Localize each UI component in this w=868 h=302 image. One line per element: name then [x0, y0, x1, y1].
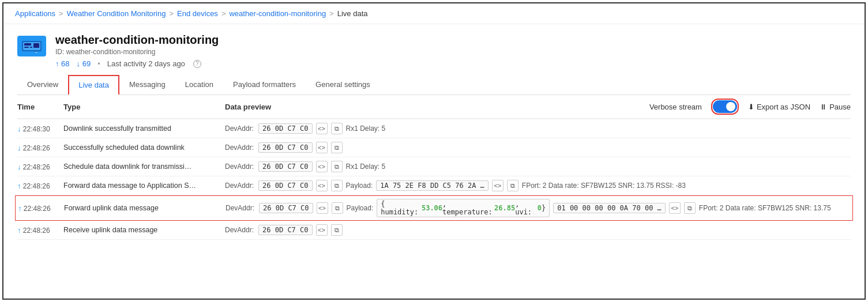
row-type: Forward uplink data message	[64, 204, 226, 212]
devaddr-value: 26 0D C7 C0	[259, 203, 313, 213]
stat-up: ↑ 68	[55, 59, 70, 68]
uvi-value: 0	[538, 204, 542, 212]
copy-icon[interactable]: ⧉	[331, 224, 343, 236]
table-row: ↓ 22:48:26 Schedule data downlink for tr…	[17, 157, 851, 176]
row-time: ↓ 22:48:30	[17, 124, 63, 133]
copy-icon[interactable]: ⧉	[332, 202, 343, 214]
code-icon[interactable]: <>	[316, 142, 328, 153]
copy-icon-2[interactable]: ⧉	[507, 180, 518, 191]
device-info: weather-condition-monitoring ID: weather…	[55, 33, 219, 68]
code-icon[interactable]: <>	[316, 123, 328, 134]
code-icon-2[interactable]: <>	[669, 202, 681, 214]
svg-rect-7	[35, 51, 37, 52]
arrow-down-icon: ↓	[17, 124, 21, 133]
verbose-stream-toggle[interactable]	[713, 100, 737, 113]
row-time: ↓ 22:48:26	[17, 144, 63, 152]
device-id: ID: weather-condition-monitoring	[55, 48, 219, 56]
time-value: 22:48:26	[23, 163, 50, 171]
svg-rect-4	[30, 47, 32, 48]
pause-label: Pause	[829, 103, 851, 111]
payload-value: 1A 75 2E F8 DD C5 76 2A …	[376, 180, 489, 191]
extra-info: Rx1 Delay: 5	[346, 124, 386, 133]
row-preview: DevAddr: 26 0D C7 C0 <> ⧉ Payload: 1A 75…	[225, 180, 851, 191]
main-content: weather-condition-monitoring ID: weather…	[3, 24, 865, 249]
copy-icon[interactable]: ⧉	[331, 142, 343, 153]
download-icon: ⬇	[748, 103, 754, 111]
app-container: Applications > Weather Condition Monitor…	[2, 2, 866, 300]
time-value: 22:48:26	[24, 205, 51, 213]
row-time: ↑ 22:48:26	[18, 204, 64, 213]
stat-down: ↓ 69	[77, 59, 91, 68]
help-icon[interactable]: ?	[193, 60, 201, 68]
tab-payload-formatters[interactable]: Payload formatters	[223, 75, 306, 95]
row-preview: DevAddr: 26 0D C7 C0 <> ⧉ Rx1 Delay: 5	[225, 123, 851, 134]
device-icon-svg	[21, 39, 42, 54]
stat-dot: •	[97, 59, 100, 68]
payload-label: Payload:	[347, 204, 374, 212]
payload-hex: 01 00 00 00 00 0A 70 00 …	[553, 203, 666, 213]
breadcrumb-sep-3: >	[221, 9, 226, 18]
pause-button[interactable]: ⏸ Pause	[820, 103, 851, 111]
row-type: Successfully scheduled data downlink	[63, 144, 225, 152]
export-json-button[interactable]: ⬇ Export as JSON	[748, 103, 810, 111]
copy-icon[interactable]: ⧉	[331, 180, 343, 191]
code-icon[interactable]: <>	[316, 161, 328, 172]
breadcrumb-sep-1: >	[59, 9, 63, 18]
humidity-value: 53.06	[422, 204, 442, 212]
row-time: ↑ 22:48:26	[17, 182, 63, 190]
devaddr-label: DevAddr:	[225, 163, 254, 171]
code-icon[interactable]: <>	[316, 224, 328, 236]
devaddr-value: 26 0D C7 C0	[258, 161, 312, 172]
copy-icon[interactable]: ⧉	[331, 161, 343, 172]
time-value: 22:48:30	[23, 125, 50, 133]
breadcrumb-device-name[interactable]: weather-condition-monitoring	[229, 9, 326, 18]
tab-location[interactable]: Location	[175, 75, 223, 95]
time-value: 22:48:26	[23, 182, 50, 190]
time-value: 22:48:26	[23, 144, 50, 152]
breadcrumb-app-name[interactable]: Weather Condition Monitoring	[67, 9, 166, 18]
extra-info: FPort: 2 Data rate: SF7BW125 SNR: 13.75	[699, 204, 831, 212]
table-row: ↑ 22:48:26 Receive uplink data message D…	[17, 221, 851, 240]
devaddr-value: 26 0D C7 C0	[258, 180, 312, 191]
table-section: Time Type Data preview Verbose stream ⬇ …	[17, 95, 851, 240]
copy-icon[interactable]: ⧉	[331, 123, 343, 134]
devaddr-label: DevAddr:	[225, 124, 254, 133]
tab-messaging[interactable]: Messaging	[119, 75, 175, 95]
devaddr-value: 26 0D C7 C0	[258, 142, 312, 153]
verbose-toggle-container	[711, 99, 739, 115]
row-preview: DevAddr: 26 0D C7 C0 <> ⧉	[225, 224, 851, 236]
breadcrumb-applications[interactable]: Applications	[15, 9, 55, 18]
arrow-down-icon: ↓	[17, 163, 21, 171]
table-controls: Verbose stream ⬇ Export as JSON ⏸ Pause	[649, 99, 851, 115]
table-row-highlighted: ↑ 22:48:26 Forward uplink data message D…	[15, 195, 853, 221]
export-label: Export as JSON	[757, 103, 810, 111]
row-preview: DevAddr: 26 0D C7 C0 <> ⧉ Payload: { hum…	[226, 199, 850, 217]
device-icon	[17, 36, 46, 56]
col-header-time: Time	[17, 103, 63, 111]
devaddr-label: DevAddr:	[225, 144, 254, 152]
devaddr-label: DevAddr:	[226, 204, 254, 212]
col-header-type: Type	[63, 103, 225, 111]
pause-icon: ⏸	[820, 103, 827, 111]
code-icon-2[interactable]: <>	[492, 180, 503, 191]
time-value: 22:48:26	[23, 226, 50, 235]
arrow-up-icon: ↑	[17, 226, 21, 235]
code-icon[interactable]: <>	[316, 180, 328, 191]
devaddr-label: DevAddr:	[225, 226, 254, 234]
row-type: Receive uplink data message	[63, 226, 225, 234]
payload-decoded: { humidity: 53.06, temperature: 26.85, u…	[377, 199, 550, 217]
tab-live-data[interactable]: Live data	[68, 75, 119, 95]
copy-icon-2[interactable]: ⧉	[684, 202, 696, 214]
breadcrumb-end-devices[interactable]: End devices	[177, 9, 218, 18]
verbose-stream-label: Verbose stream	[649, 103, 702, 111]
tab-general-settings[interactable]: General settings	[306, 75, 380, 95]
svg-rect-2	[24, 43, 31, 46]
row-type: Downlink successfully transmitted	[63, 124, 225, 133]
code-icon[interactable]: <>	[317, 202, 328, 214]
table-row: ↓ 22:48:30 Downlink successfully transmi…	[17, 119, 851, 138]
stat-activity: Last activity 2 days ago	[107, 59, 185, 68]
extra-info: Rx1 Delay: 5	[346, 163, 386, 171]
device-name: weather-condition-monitoring	[55, 33, 219, 47]
arrow-down-icon: ↓	[17, 144, 21, 152]
tab-overview[interactable]: Overview	[17, 75, 68, 95]
